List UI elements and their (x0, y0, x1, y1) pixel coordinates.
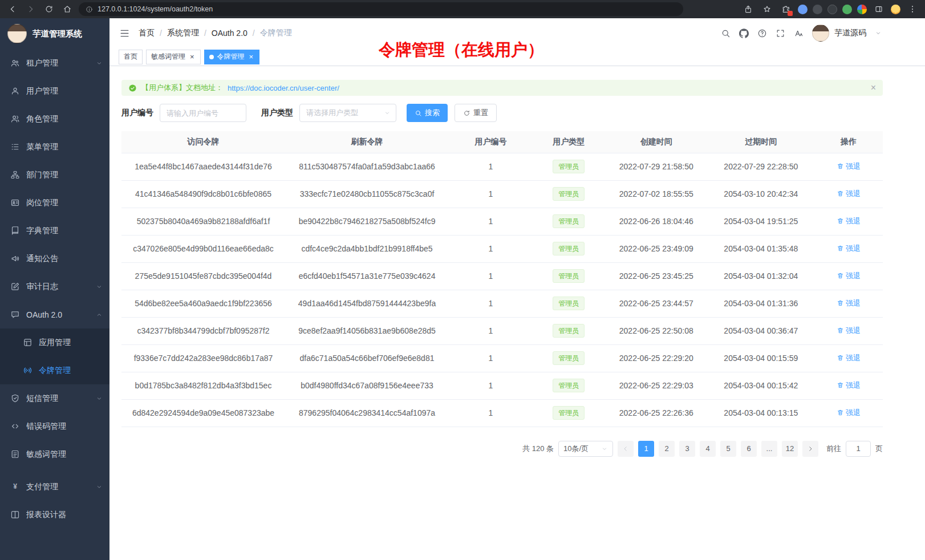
sidebar-item-11[interactable]: 令牌管理 (0, 356, 109, 384)
user-type-badge: 管理员 (553, 187, 585, 201)
breadcrumb-item-1[interactable]: 系统管理 (167, 28, 199, 38)
browser-menu-button[interactable] (906, 2, 919, 16)
prev-page-button[interactable] (618, 441, 634, 457)
home-button[interactable] (60, 2, 74, 16)
main-area: 首页/系统管理/OAuth 2.0/令牌管理 芋道源码 首页敏感词管理×令牌管理… (109, 18, 925, 560)
action-cell: 强退 (814, 317, 883, 344)
sidebar-item-16[interactable]: 报表设计器 (0, 501, 109, 529)
side-panel-button[interactable] (872, 2, 886, 16)
tab-2[interactable]: 令牌管理× (204, 50, 260, 64)
extension-icon-blue[interactable] (798, 5, 808, 14)
access-token-cell: f9336e7c7dd242a283ee98dc86b17a87 (121, 344, 285, 372)
sidebar-item-12[interactable]: 短信管理 (0, 384, 109, 412)
tab-1[interactable]: 敏感词管理× (146, 50, 201, 64)
forward-button[interactable] (24, 2, 38, 16)
force-logout-button[interactable]: 强退 (837, 216, 861, 226)
pagination-page-3[interactable]: 3 (679, 441, 695, 457)
access-token-cell: 502375b8040a469a9b82188afdf6af1f (121, 208, 285, 235)
sidebar-item-14[interactable]: 敏感词管理 (0, 440, 109, 468)
pagination-more-button[interactable]: ... (761, 441, 777, 457)
share-icon (744, 5, 753, 14)
back-button[interactable] (6, 2, 19, 16)
force-logout-button[interactable]: 强退 (837, 353, 861, 363)
tab-0[interactable]: 首页 (119, 50, 143, 64)
breadcrumb-item-0[interactable]: 首页 (139, 28, 155, 38)
next-page-button[interactable] (802, 441, 818, 457)
filter-form: 用户编号 用户类型 请选择用户类型 搜索 重置 (121, 104, 883, 122)
goto-page-input[interactable] (846, 441, 871, 457)
extension-icon-dark-2[interactable] (827, 5, 837, 14)
table-row: c347026e805e4d99b0d116eae66eda8ccdfc4ce9… (121, 235, 883, 262)
sidebar-item-10[interactable]: 应用管理 (0, 328, 109, 356)
column-header-6: 操作 (814, 131, 883, 153)
browser-profile-avatar[interactable] (891, 5, 900, 14)
sidebar-item-15[interactable]: ¥支付管理 (0, 473, 109, 501)
alert-close-icon[interactable]: × (871, 83, 876, 92)
sidebar-item-8[interactable]: 审计日志 (0, 273, 109, 301)
sidebar-toggle-icon[interactable] (119, 28, 130, 39)
force-logout-button[interactable]: 强退 (837, 161, 861, 172)
pagination-page-6[interactable]: 6 (741, 441, 757, 457)
sidebar-item-9[interactable]: OAuth 2.0 (0, 301, 109, 328)
share-button[interactable] (741, 2, 755, 16)
font-size-icon[interactable] (794, 29, 804, 38)
bookmark-button[interactable] (760, 2, 774, 16)
dict-icon (10, 226, 20, 236)
sidebar-item-2[interactable]: 角色管理 (0, 105, 109, 133)
sidebar-item-6[interactable]: 字典管理 (0, 217, 109, 245)
sidebar-item-1[interactable]: 用户管理 (0, 77, 109, 105)
access-token-cell: 54d6be82ee5a460a9aedc1f9bf223656 (121, 290, 285, 317)
sidebar-item-5[interactable]: 岗位管理 (0, 189, 109, 217)
github-icon[interactable] (739, 29, 749, 38)
user-id-input[interactable] (160, 104, 246, 122)
reload-button[interactable] (42, 2, 56, 16)
user-id-label: 用户编号 (121, 108, 153, 118)
token-icon (23, 366, 33, 375)
reset-button[interactable]: 重置 (455, 104, 497, 122)
chevron-down-icon[interactable] (875, 30, 882, 36)
fullscreen-icon[interactable] (776, 29, 785, 38)
site-info-icon[interactable] (86, 6, 93, 13)
doc-link[interactable]: https://doc.iocoder.cn/user-center/ (228, 84, 339, 92)
expire-time-cell: 2054-03-04 00:15:42 (708, 372, 814, 399)
sidebar-item-3[interactable]: 菜单管理 (0, 133, 109, 161)
search-icon[interactable] (721, 29, 731, 38)
force-logout-button[interactable]: 强退 (837, 244, 861, 254)
pagination-page-1[interactable]: 1 (638, 441, 654, 457)
breadcrumb-item-2[interactable]: OAuth 2.0 (212, 29, 248, 38)
user-avatar[interactable] (812, 25, 829, 42)
force-logout-button[interactable]: 强退 (837, 380, 861, 391)
close-icon[interactable]: × (248, 52, 255, 61)
force-logout-button[interactable]: 强退 (837, 408, 861, 418)
audit-icon (10, 282, 20, 291)
page-size-select[interactable]: 10条/页 (558, 441, 613, 457)
sidebar-item-13[interactable]: 错误码管理 (0, 412, 109, 440)
extension-icon-green[interactable] (842, 5, 852, 14)
extension-icon-colorful[interactable] (857, 5, 867, 14)
pagination-page-12[interactable]: 12 (782, 441, 798, 457)
close-icon[interactable]: × (189, 52, 196, 61)
force-logout-button[interactable]: 强退 (837, 326, 861, 336)
delete-icon (837, 190, 844, 197)
pagination-page-4[interactable]: 4 (700, 441, 716, 457)
sidebar-item-4[interactable]: 部门管理 (0, 161, 109, 189)
sidebar-item-0[interactable]: 租户管理 (0, 49, 109, 77)
user-type-select[interactable]: 请选择用户类型 (299, 104, 396, 122)
extensions-button[interactable] (779, 2, 793, 16)
pagination-page-5[interactable]: 5 (720, 441, 736, 457)
table-row: 502375b8040a469a9b82188afdf6af1fbe90422b… (121, 208, 883, 235)
user-type-cell: 管理员 (533, 399, 605, 427)
pagination-page-2[interactable]: 2 (659, 441, 675, 457)
force-logout-button[interactable]: 强退 (837, 298, 861, 309)
extension-icon-dark[interactable] (813, 5, 822, 14)
username[interactable]: 芋道源码 (834, 28, 866, 38)
search-button[interactable]: 搜索 (407, 104, 448, 122)
address-bar[interactable]: 127.0.0.1:1024/system/oauth2/token (79, 2, 683, 16)
app-logo[interactable]: 芋道管理系统 (0, 18, 109, 49)
force-logout-button[interactable]: 强退 (837, 189, 861, 199)
app-icon (23, 338, 33, 347)
sidebar-item-7[interactable]: 通知公告 (0, 245, 109, 273)
force-logout-button[interactable]: 强退 (837, 271, 861, 281)
help-icon[interactable] (757, 29, 767, 38)
doc-alert: 【用户体系】文档地址： https://doc.iocoder.cn/user-… (121, 80, 883, 96)
